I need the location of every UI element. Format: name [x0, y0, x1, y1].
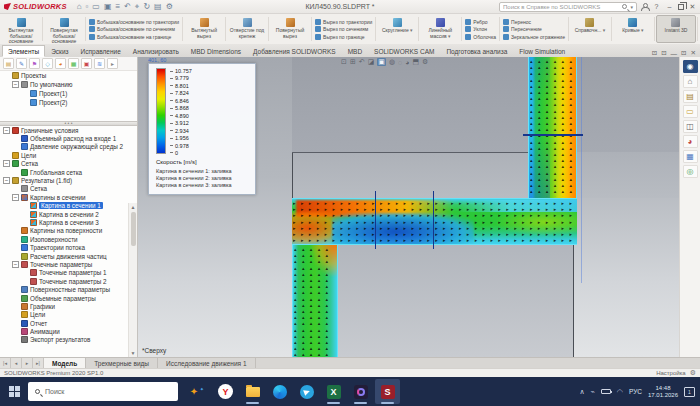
zoom-area-icon[interactable]: ⊞ — [350, 58, 356, 66]
tree-item[interactable]: Картина в сечении 2 — [0, 210, 137, 218]
taskbar-app-telegram[interactable] — [294, 379, 319, 404]
search-icon[interactable] — [622, 4, 627, 9]
tree-scrollbar[interactable]: ▲ ▼ — [128, 203, 137, 357]
ribbon-button-5[interactable]: Повернутый вырез — [270, 15, 310, 43]
ribbon-stack-button[interactable]: Уклон — [465, 26, 496, 32]
tab-MBD[interactable]: MBD — [342, 45, 368, 57]
doc-tab-Трехмерные виды[interactable]: Трехмерные виды — [86, 358, 158, 368]
rebuild-icon[interactable]: ↻ — [143, 2, 150, 12]
taskbar-app-solidworks[interactable]: S — [375, 379, 400, 404]
tree-item[interactable]: Давление окружающей среды 2 — [0, 143, 137, 151]
ribbon-stack-button[interactable]: Вырез по границе — [315, 34, 372, 40]
ribbon-stack-button[interactable]: Оболочка — [465, 34, 496, 40]
featuremanager-tree-icon[interactable]: ▤ — [3, 58, 14, 69]
tree-item[interactable]: −Картины в сечении — [0, 193, 137, 201]
tree-item[interactable]: Графики — [0, 302, 137, 310]
battery-icon[interactable] — [601, 389, 611, 394]
ribbon-button-4[interactable]: Отверстие под крепеж — [227, 15, 267, 43]
ribbon-stack-button[interactable]: Перенос — [503, 19, 565, 25]
cam-feature-tree-icon[interactable]: ▦ — [68, 58, 79, 69]
flow-channel-vertical-right[interactable]: ▴ ▴ ▴ ▴ ▴ ▴ ▴ ▴ ▴ ▴ ▴ ▴ ▴ ▴ ▴ ▴ ▴ ▴ ▴ ▴ … — [528, 57, 577, 198]
window-icon[interactable]: ⊡ — [661, 49, 666, 57]
chevron-down-icon[interactable]: ▾ — [630, 4, 633, 10]
tab-Анализировать[interactable]: Анализировать — [127, 45, 185, 57]
doc-tab-Исследование движения 1[interactable]: Исследование движения 1 — [158, 358, 255, 368]
tree-item[interactable]: Точечные параметры 1 — [0, 269, 137, 277]
ribbon-button-8[interactable]: Линейный массив ▾ — [420, 15, 460, 43]
scrollbar-thumb[interactable] — [131, 212, 136, 246]
ribbon-button-11[interactable]: Справочн... ▾ — [570, 15, 610, 43]
section-view-icon[interactable]: ◪ — [368, 58, 375, 66]
tree-item[interactable]: Точечные параметры 2 — [0, 277, 137, 285]
ribbon-button-3[interactable]: Вытянутый вырез — [184, 15, 224, 43]
tree-item[interactable]: Расчеты движения частиц — [0, 252, 137, 260]
tree-item[interactable]: Картины на поверхности — [0, 227, 137, 235]
collapse-toggle-icon[interactable]: − — [12, 81, 19, 88]
flow-channel-horizontal[interactable]: ▸ ▸ ▸ ▸ ▸ ▸ ▸ ▸ ▸ ▸ ▸ ▸ ▸ ▸ ▸ ▸ ▸ ▸ ▸ ▸ … — [292, 198, 577, 245]
custom-properties-icon[interactable]: ▦ — [683, 150, 698, 163]
section-plane-line-2[interactable] — [433, 191, 434, 249]
new-document-icon[interactable]: ▫ — [86, 2, 89, 12]
network-icon[interactable]: ◠ — [617, 388, 623, 396]
tab-Исправление[interactable]: Исправление — [75, 45, 127, 57]
scene-icon[interactable]: ⬒ — [412, 58, 419, 66]
flow-channel-vertical-left[interactable]: ▴ ▴ ▴ ▴ ▴ ▴ ▴ ▴ ▴ ▴ ▴ ▴ ▴ ▴ ▴ ▴ ▴ ▴ ▴ ▴ … — [292, 245, 338, 357]
tab-Элементы[interactable]: Элементы — [2, 45, 45, 57]
view-palette-icon[interactable]: ◫ — [683, 120, 698, 133]
view-settings-icon[interactable]: ⚙ — [422, 58, 428, 66]
appearances-icon[interactable]: ◕ — [683, 135, 698, 148]
last-tab-icon[interactable]: ▸| — [33, 358, 44, 368]
taskbar-app-file-explorer[interactable] — [240, 379, 265, 404]
ribbon-stack-button[interactable]: Бобышка/основание по сечениям — [89, 26, 179, 32]
solidworks-logo[interactable]: SOLIDWORKS — [0, 2, 71, 11]
user-icon[interactable] — [641, 3, 648, 10]
help-button[interactable]: ? — [652, 3, 661, 10]
tree-item[interactable]: Картина в сечении 3 — [0, 218, 137, 226]
tree-item[interactable]: Картина в сечении 1 — [0, 202, 137, 210]
minimize-icon[interactable]: ― — [671, 50, 678, 57]
save-icon[interactable]: ▣ — [104, 2, 112, 12]
clock[interactable]: 14:48 17.01.2026 — [648, 385, 678, 399]
design-library-icon[interactable]: ▤ — [683, 90, 698, 103]
tree-item[interactable]: Глобальная сетка — [0, 168, 137, 176]
pane-options-icon[interactable]: ▸ — [107, 58, 118, 69]
model-lower-block[interactable] — [338, 245, 573, 357]
hide-show-icon[interactable]: ◌ — [398, 59, 402, 66]
undo-icon[interactable]: ↶ — [124, 2, 131, 12]
tree-item[interactable]: Поверхностные параметры — [0, 285, 137, 293]
file-properties-icon[interactable]: ▤ — [154, 2, 162, 12]
print-icon[interactable]: ≡ — [115, 2, 120, 12]
tree-item[interactable]: −Граничные условия — [0, 126, 137, 134]
doc-tab-Модель[interactable]: Модель — [44, 358, 86, 368]
ribbon-stack-button[interactable]: Вырез по траектории — [315, 19, 372, 25]
ribbon-stack-button[interactable]: Бобышка/основание на границе — [89, 34, 179, 40]
view-orientation-icon[interactable]: ▣ — [377, 58, 386, 66]
model-upper-face[interactable] — [292, 57, 679, 152]
tree-item[interactable]: −Точечные параметры — [0, 260, 137, 268]
collapse-toggle-icon[interactable]: − — [12, 194, 19, 201]
options-icon[interactable]: ⚙ — [166, 2, 173, 12]
tree-item[interactable]: −По умолчанию — [0, 80, 137, 89]
collapse-toggle-icon[interactable]: − — [3, 160, 10, 167]
chevron-up-icon[interactable]: ∧ — [579, 388, 584, 396]
collapse-toggle-icon[interactable]: − — [3, 127, 10, 134]
tab-Подготовка анализа[interactable]: Подготовка анализа — [440, 45, 513, 57]
graphics-viewport[interactable]: ▴ ▴ ▴ ▴ ▴ ▴ ▴ ▴ ▴ ▴ ▴ ▴ ▴ ▴ ▴ ▴ ▴ ▴ ▴ ▴ … — [138, 57, 679, 357]
tab-MBD Dimensions[interactable]: MBD Dimensions — [185, 45, 247, 57]
help-search-input[interactable]: Поиск в Справке по SOLIDWORKS ▾ — [499, 2, 637, 12]
gear-icon[interactable]: ⚙ — [690, 369, 696, 377]
taskbar-search-input[interactable]: Поиск — [28, 382, 178, 401]
tree-item[interactable]: −Сетка — [0, 160, 137, 168]
tree-item[interactable]: Проект(2) — [0, 98, 137, 107]
tree-item[interactable]: Траектории потока — [0, 243, 137, 251]
tree-item[interactable]: −Результаты (1.fld) — [0, 176, 137, 184]
language-indicator[interactable]: РУС — [629, 388, 642, 395]
minimize-button[interactable]: – — [665, 3, 674, 10]
solidworks-resources-icon[interactable]: ◉ — [683, 60, 698, 73]
display-style-icon[interactable]: ◍ — [389, 58, 395, 66]
file-explorer-icon[interactable]: ▭ — [683, 105, 698, 118]
window-icon[interactable]: ⊡ — [652, 49, 657, 57]
customize-label[interactable]: Настройка — [656, 370, 686, 376]
edit-appearance-icon[interactable]: ◕ — [405, 59, 409, 66]
flow-simulation-tree-icon[interactable]: ≋ — [94, 58, 105, 69]
